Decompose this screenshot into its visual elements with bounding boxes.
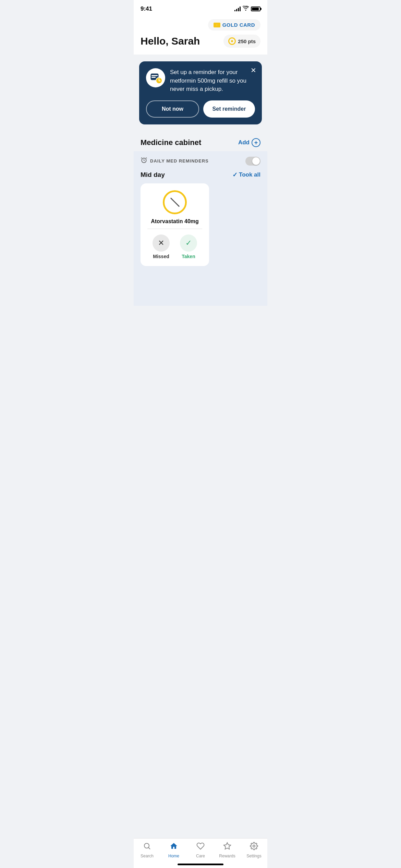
signal-bars-icon bbox=[234, 7, 241, 11]
missed-circle: ✕ bbox=[153, 234, 170, 252]
taken-circle: ✓ bbox=[180, 234, 197, 252]
check-mark-icon: ✓ bbox=[232, 171, 238, 179]
mid-day-row: Mid day ✓ Took all bbox=[141, 171, 260, 179]
status-icons bbox=[234, 6, 260, 12]
header: ⚡ GOLD CARD Hello, Sarah 250 pts bbox=[134, 16, 267, 55]
add-medicine-button[interactable]: Add + bbox=[238, 138, 260, 147]
add-circle-icon: + bbox=[252, 138, 260, 147]
toggle-knob bbox=[252, 157, 260, 165]
med-icon-wrap bbox=[147, 190, 202, 214]
svg-rect-4 bbox=[151, 77, 156, 78]
taken-label: Taken bbox=[182, 254, 195, 259]
med-divider bbox=[147, 229, 202, 229]
reminder-card: ✕ Set up a reminder for your metformin 5… bbox=[139, 61, 262, 124]
reminder-icon-wrap bbox=[146, 68, 165, 87]
med-slash-icon bbox=[170, 197, 180, 207]
med-circle-icon bbox=[163, 190, 187, 214]
med-actions: ✕ Missed ✓ Taken bbox=[147, 234, 202, 259]
medicine-cabinet-title: Medicine cabinet bbox=[141, 138, 201, 147]
reminder-message: Set up a reminder for your metformin 500… bbox=[170, 68, 255, 94]
took-all-indicator: ✓ Took all bbox=[232, 171, 260, 179]
greeting-text: Hello, Sarah bbox=[141, 35, 200, 47]
check-icon: ✓ bbox=[185, 239, 192, 248]
svg-rect-3 bbox=[151, 75, 158, 76]
status-time: 9:41 bbox=[141, 5, 152, 12]
not-now-button[interactable]: Not now bbox=[146, 100, 199, 118]
gold-card-icon: ⚡ bbox=[214, 23, 220, 27]
status-bar: 9:41 bbox=[134, 0, 267, 16]
close-icon: ✕ bbox=[251, 67, 256, 74]
daily-med-toggle[interactable] bbox=[245, 157, 260, 166]
daily-med-label: DAILY MED REMINDERS bbox=[150, 158, 209, 164]
missed-label: Missed bbox=[153, 254, 169, 259]
points-value: 250 pts bbox=[238, 38, 256, 44]
daily-med-header: DAILY MED REMINDERS bbox=[141, 157, 260, 166]
wifi-icon bbox=[243, 6, 249, 12]
reminder-close-button[interactable]: ✕ bbox=[251, 67, 256, 74]
medicine-card: Atorvastatin 40mg ✕ Missed ✓ Taken bbox=[141, 183, 209, 266]
took-all-label: Took all bbox=[239, 171, 260, 178]
svg-text:⚡: ⚡ bbox=[215, 23, 219, 27]
taken-button[interactable]: ✓ Taken bbox=[180, 234, 197, 259]
medicine-cabinet-header: Medicine cabinet Add + bbox=[134, 131, 267, 151]
x-icon: ✕ bbox=[158, 239, 164, 248]
battery-icon bbox=[251, 7, 260, 11]
reminder-section: ✕ Set up a reminder for your metformin 5… bbox=[134, 55, 267, 131]
points-badge: 250 pts bbox=[223, 35, 260, 48]
daily-med-section: DAILY MED REMINDERS Mid day ✓ Took all A… bbox=[134, 151, 267, 306]
gold-card-label: GOLD CARD bbox=[222, 22, 255, 28]
points-icon bbox=[228, 37, 236, 45]
refill-reminder-icon bbox=[149, 71, 162, 85]
set-reminder-button[interactable]: Set reminder bbox=[203, 100, 255, 118]
reminder-buttons: Not now Set reminder bbox=[146, 100, 255, 118]
header-row: Hello, Sarah 250 pts bbox=[141, 35, 260, 48]
missed-button[interactable]: ✕ Missed bbox=[153, 234, 170, 259]
mid-day-label: Mid day bbox=[141, 171, 165, 179]
medication-name: Atorvastatin 40mg bbox=[147, 218, 202, 225]
gold-card-button[interactable]: ⚡ GOLD CARD bbox=[208, 19, 260, 31]
alarm-icon bbox=[141, 157, 147, 165]
reminder-content: Set up a reminder for your metformin 500… bbox=[146, 68, 255, 94]
add-label: Add bbox=[238, 139, 250, 146]
